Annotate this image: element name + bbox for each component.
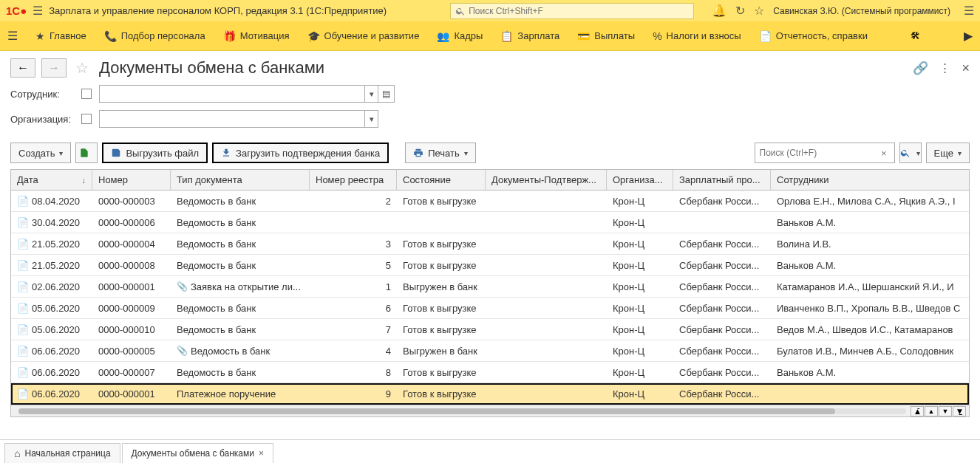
export-file-button[interactable]: Выгрузить файл xyxy=(102,143,208,163)
table-row[interactable]: 📄05.06.20200000-000010Ведомость в банк7Г… xyxy=(11,319,969,340)
cell-reestr: 5 xyxy=(310,255,397,275)
bell-icon[interactable]: 🔔 xyxy=(712,4,727,18)
h-scrollbar[interactable]: ▲̄ ▲ ▼ ▼̲ xyxy=(11,405,969,416)
th-project[interactable]: Зарплатный про... xyxy=(673,170,771,190)
scroll-down-icon[interactable]: ▼ xyxy=(939,406,952,416)
org-checkbox[interactable] xyxy=(81,114,92,124)
table-row[interactable]: 📄06.06.20200000-000005📎Ведомость в банк4… xyxy=(11,340,969,362)
table-row[interactable]: 📄08.04.20200000-000003Ведомость в банк2Г… xyxy=(11,191,969,212)
th-reestr[interactable]: Номер реестра xyxy=(310,170,397,190)
link-icon[interactable]: 🔗 xyxy=(913,61,928,76)
close-icon[interactable]: × xyxy=(259,448,264,459)
import-confirm-button[interactable]: Загрузить подтверждения банка xyxy=(212,143,389,163)
doc-icon: 📄 xyxy=(17,217,29,228)
org-input[interactable]: ▾ xyxy=(99,110,378,128)
more-icon[interactable]: ⋮ xyxy=(939,61,951,76)
nav-recruiting[interactable]: 📞Подбор персонала xyxy=(104,30,205,42)
menu-icon[interactable]: ☰ xyxy=(7,29,18,43)
refresh-button[interactable] xyxy=(75,143,98,163)
th-employees[interactable]: Сотрудники xyxy=(771,170,969,190)
scroll-top-icon[interactable]: ▲̄ xyxy=(911,406,924,416)
cell-date: 📄06.06.2020 xyxy=(11,383,92,404)
nav-main[interactable]: ★Главное xyxy=(35,30,86,42)
window-menu-icon[interactable]: ☰ xyxy=(964,4,974,18)
hamburger-icon[interactable]: ☰ xyxy=(33,4,43,18)
th-state[interactable]: Состояние xyxy=(397,170,486,190)
cell-employees: Орлова Е.Н., Милова С.А., Яцкив А.Э., I xyxy=(771,191,969,211)
nav-label: Подбор персонала xyxy=(121,30,205,41)
favorite-star-icon[interactable]: ☆ xyxy=(75,59,89,77)
scroll-up-icon[interactable]: ▲ xyxy=(925,406,938,416)
forward-button[interactable]: → xyxy=(41,58,67,78)
cell-reestr xyxy=(310,212,397,233)
nav-extra[interactable]: 🛠 xyxy=(911,30,920,41)
cell-project: Сбербанк Росси... xyxy=(673,276,771,297)
nav-reports[interactable]: 📄Отчетность, справки xyxy=(759,30,868,42)
table-row[interactable]: 📄21.05.20200000-000004Ведомость в банк3Г… xyxy=(11,233,969,255)
cell-number: 0000-000009 xyxy=(92,298,171,318)
employee-checkbox[interactable] xyxy=(81,89,92,99)
cell-type: Ведомость в банк xyxy=(171,233,310,254)
scroll-thumb[interactable] xyxy=(18,408,835,414)
nav-payments[interactable]: 💳Выплаты xyxy=(577,30,635,42)
nav-motivation[interactable]: 🎁Мотивация xyxy=(223,30,290,42)
cell-org: Крон-Ц xyxy=(607,255,673,275)
table-row[interactable]: 📄21.05.20200000-000008Ведомость в банк5Г… xyxy=(11,255,969,276)
global-search[interactable] xyxy=(450,3,694,19)
more-button[interactable]: Еще▾ xyxy=(926,143,970,163)
print-button[interactable]: Печать▾ xyxy=(405,143,476,163)
cell-state: Готов к выгрузке xyxy=(397,298,486,318)
cell-date: 📄08.04.2020 xyxy=(11,191,92,211)
create-button[interactable]: Создать▾ xyxy=(10,143,71,163)
cell-project: Сбербанк Росси... xyxy=(673,319,771,340)
cell-employees: Ваньков А.М. xyxy=(771,255,969,275)
cell-org: Крон-Ц xyxy=(607,340,673,361)
table-row[interactable]: 📄06.06.20200000-000007Ведомость в банк8Г… xyxy=(11,362,969,383)
nav-taxes[interactable]: %Налоги и взносы xyxy=(653,30,741,42)
search-button[interactable]: ▾ xyxy=(899,143,922,163)
clear-icon[interactable]: × xyxy=(878,148,890,159)
th-doc-type[interactable]: Тип документа xyxy=(171,170,310,190)
table-row[interactable]: 📄02.06.20200000-000001📎Заявка на открыти… xyxy=(11,276,969,298)
search-box[interactable]: × xyxy=(755,143,895,163)
dropdown-icon[interactable]: ▾ xyxy=(364,86,378,102)
star-icon[interactable]: ☆ xyxy=(754,4,764,18)
table-row[interactable]: 📄30.04.20200000-000006Ведомость в банкКр… xyxy=(11,212,969,233)
global-search-input[interactable] xyxy=(469,6,689,16)
percent-icon: % xyxy=(653,30,661,42)
create-label: Создать xyxy=(18,148,55,159)
cell-type: Ведомость в банк xyxy=(171,255,310,275)
nav-salary[interactable]: 📋Зарплата xyxy=(500,30,559,42)
cell-type: 📎Заявка на открытие ли... xyxy=(171,276,310,297)
cell-date: 📄02.06.2020 xyxy=(11,276,92,297)
scroll-track[interactable] xyxy=(18,408,906,414)
scroll-bottom-icon[interactable]: ▼̲ xyxy=(953,406,966,416)
employee-picker-icon[interactable]: ▤ xyxy=(378,85,395,103)
tab-home[interactable]: ⌂Начальная страница xyxy=(4,443,120,463)
nav-label: Обучение и развитие xyxy=(324,30,420,41)
close-icon[interactable]: × xyxy=(962,61,970,76)
back-button[interactable]: ← xyxy=(10,58,35,78)
th-date[interactable]: Дата↓ xyxy=(11,170,92,190)
cell-project: Сбербанк Росси... xyxy=(673,298,771,318)
nav-forward-icon[interactable]: ▶ xyxy=(964,29,973,43)
user-name[interactable]: Савинская З.Ю. (Системный программист) xyxy=(773,6,950,16)
cell-project: Сбербанк Росси... xyxy=(673,362,771,383)
history-icon[interactable]: ↻ xyxy=(735,4,745,18)
cell-date: 📄06.06.2020 xyxy=(11,362,92,383)
cell-reestr: 8 xyxy=(310,362,397,383)
table-row[interactable]: 📄05.06.20200000-000009Ведомость в банк6Г… xyxy=(11,298,969,319)
nav-hr[interactable]: 👥Кадры xyxy=(437,30,483,42)
tab-current[interactable]: Документы обмена с банками× xyxy=(122,443,273,463)
th-docs[interactable]: Документы-Подтверж... xyxy=(486,170,607,190)
nav-training[interactable]: 🎓Обучение и развитие xyxy=(307,30,420,42)
search-input[interactable] xyxy=(760,148,878,158)
toolbar: Создать▾ Выгрузить файл Загрузить подтве… xyxy=(0,143,980,169)
import-label: Загрузить подтверждения банка xyxy=(236,148,380,159)
paperclip-icon: 📎 xyxy=(177,281,188,292)
th-org[interactable]: Организа... xyxy=(607,170,673,190)
table-row[interactable]: 📄06.06.20200000-000001Платежное поручени… xyxy=(11,383,969,405)
th-number[interactable]: Номер xyxy=(92,170,171,190)
employee-input[interactable]: ▾ xyxy=(99,85,378,103)
dropdown-icon[interactable]: ▾ xyxy=(364,111,378,127)
